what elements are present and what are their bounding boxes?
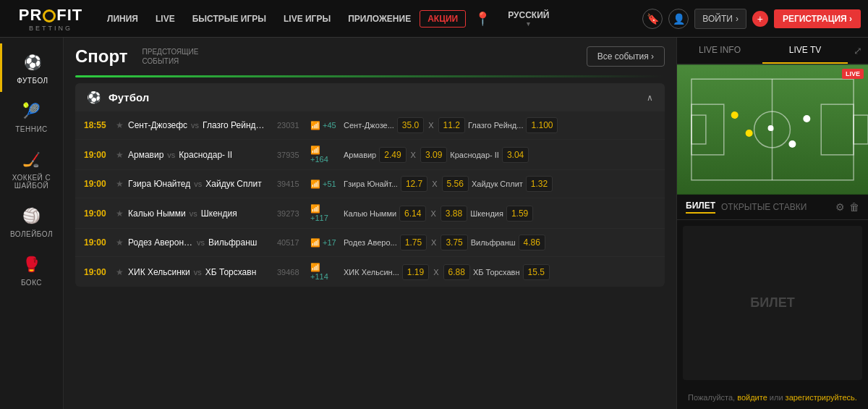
plus-icon[interactable]: + — [752, 11, 768, 27]
nav-item-location[interactable]: 📍 — [466, 0, 499, 38]
svg-point-10 — [788, 140, 796, 148]
breadcrumb: ПРЕДСТОЯЩИЕСОБЫТИЯ — [142, 47, 199, 66]
login-button[interactable]: ВОЙТИ › — [694, 9, 746, 29]
odds-away-btn[interactable]: 1.32 — [526, 176, 553, 192]
odds-home-team: Калью Нымми — [344, 209, 396, 218]
bookmark-icon[interactable]: 🔖 — [642, 9, 663, 29]
odds-away-team: Шкендия — [470, 209, 503, 218]
person-icon[interactable]: 👤 — [668, 9, 689, 29]
favorite-star-icon[interactable]: ★ — [116, 150, 124, 160]
event-id: 39415 — [277, 180, 306, 188]
register-button[interactable]: РЕГИСТРАЦИЯ › — [774, 9, 861, 28]
sidebar-item-hockey[interactable]: 🏒 ХОККЕЙ С ШАЙБОЙ — [0, 140, 63, 197]
odds-away-btn[interactable]: 4.86 — [519, 235, 545, 250]
gear-icon[interactable]: ⚙ — [835, 201, 845, 213]
bet-tab-open[interactable]: ОТКРЫТЫЕ СТАВКИ — [721, 202, 807, 212]
event-markets[interactable]: 📶 +45 — [310, 121, 339, 130]
table-row: 19:00 ★ ХИК Хельсинки vs ХБ Торсхавн 394… — [75, 257, 665, 287]
bet-icons: ⚙ 🗑 — [835, 201, 859, 213]
tab-live-info[interactable]: LIVE INFO — [677, 38, 762, 64]
odds-home-team: Гзира Юнайт... — [344, 180, 398, 188]
event-id: 37935 — [277, 151, 306, 159]
trash-icon[interactable]: 🗑 — [849, 201, 859, 213]
live-badge: LIVE — [842, 69, 864, 79]
favorite-star-icon[interactable]: ★ — [116, 237, 124, 248]
odds-home-btn[interactable]: 6.14 — [399, 206, 426, 222]
team-names: Гзира Юнайтед vs Хайдук Сплит — [128, 179, 273, 189]
odds-home-btn[interactable]: 35.0 — [397, 117, 424, 133]
logo-text: PRFIT — [19, 6, 83, 25]
top-bar: Спорт ПРЕДСТОЯЩИЕСОБЫТИЯ Все события › — [64, 38, 676, 75]
main-layout: ⚽ ФУТБОЛ 🎾 ТЕННИС 🏒 ХОККЕЙ С ШАЙБОЙ 🏐 ВО… — [0, 38, 868, 409]
odds-away-btn[interactable]: 1.100 — [526, 117, 558, 133]
odds-away-btn[interactable]: 1.59 — [506, 206, 533, 222]
sidebar-item-football[interactable]: ⚽ ФУТБОЛ — [0, 43, 63, 92]
team-home: Сент-Джозефс — [128, 120, 187, 130]
odds-home-btn[interactable]: 2.49 — [379, 147, 406, 163]
favorite-star-icon[interactable]: ★ — [116, 120, 124, 130]
odds-home-btn[interactable]: 1.19 — [402, 264, 429, 280]
login-link[interactable]: войдите — [737, 393, 767, 402]
team-names: Калью Нымми vs Шкендия — [128, 208, 273, 219]
odds-section: Калью Нымми 6.14 Х 3.88 Шкендия 1.59 — [344, 206, 656, 222]
odds-away-btn[interactable]: 15.5 — [523, 264, 550, 280]
tab-live-tv[interactable]: LIVE TV — [762, 38, 848, 64]
bet-section-header: БИЛЕТ ОТКРЫТЫЕ СТАВКИ ⚙ 🗑 — [677, 195, 868, 220]
svg-point-9 — [731, 111, 739, 119]
sidebar-item-tennis[interactable]: 🎾 ТЕННИС — [0, 92, 63, 140]
svg-point-12 — [803, 115, 810, 122]
bet-empty-title: БИЛЕТ — [750, 295, 795, 311]
header: PRFIT BETTING ЛИНИЯ LIVE БЫСТРЫЕ ИГРЫ LI… — [0, 0, 868, 38]
team-home: Родез Аверон ... — [128, 237, 193, 248]
odds-away-btn[interactable]: 3.04 — [502, 147, 529, 163]
team-away: Хайдук Сплит — [205, 179, 261, 189]
vs-text: vs — [190, 209, 197, 218]
odds-x-label: Х — [427, 121, 435, 130]
svg-point-13 — [768, 125, 774, 131]
event-id: 40517 — [277, 238, 306, 247]
vs-text: vs — [191, 121, 199, 130]
nav-item-lang[interactable]: РУССКИЙ ▾ — [499, 0, 558, 38]
favorite-star-icon[interactable]: ★ — [116, 267, 124, 277]
odds-x-btn[interactable]: 3.88 — [441, 206, 467, 222]
vs-text: vs — [194, 180, 202, 188]
events-section: ⚽ Футбол ∧ 18:55 ★ Сент-Джозефс vs Глазг… — [75, 83, 665, 287]
favorite-star-icon[interactable]: ★ — [116, 179, 124, 189]
odds-x-btn[interactable]: 5.56 — [442, 176, 469, 192]
odds-home-btn[interactable]: 12.7 — [401, 176, 427, 192]
odds-x-btn[interactable]: 11.2 — [438, 117, 465, 133]
odds-x-label: Х — [429, 209, 437, 218]
team-home: Армавир — [128, 150, 163, 160]
sidebar-item-boxing[interactable]: 🥊 БОКС — [0, 245, 63, 294]
event-id: 39468 — [277, 268, 306, 277]
register-link[interactable]: зарегистрируйтесь. — [786, 393, 857, 402]
favorite-star-icon[interactable]: ★ — [116, 208, 124, 219]
odds-x-btn[interactable]: 3.75 — [441, 235, 467, 250]
odds-x-btn[interactable]: 3.09 — [420, 147, 447, 163]
event-time: 19:00 — [84, 179, 111, 189]
nav-item-promo[interactable]: АКЦИИ — [420, 10, 466, 28]
odds-x-btn[interactable]: 6.88 — [443, 264, 470, 280]
sidebar-item-volleyball[interactable]: 🏐 ВОЛЕЙБОЛ — [0, 197, 63, 245]
odds-section: Родез Аверо... 1.75 Х 3.75 Вильфранш 4.8… — [344, 235, 656, 250]
event-markets[interactable]: 📶 +51 — [310, 180, 339, 189]
odds-away-team: Краснодар- II — [450, 151, 499, 159]
nav-item-fast-games[interactable]: БЫСТРЫЕ ИГРЫ — [184, 0, 275, 38]
event-markets[interactable]: 📶 +164 — [310, 146, 339, 164]
event-markets[interactable]: 📶 +117 — [310, 204, 339, 222]
nav-item-live-games[interactable]: LIVE ИГРЫ — [275, 0, 339, 38]
event-markets[interactable]: 📶 +114 — [310, 263, 339, 281]
team-names: Армавир vs Краснодар- II — [128, 150, 273, 160]
nav-item-live[interactable]: LIVE — [147, 0, 184, 38]
logo[interactable]: PRFIT BETTING — [7, 6, 94, 32]
event-time: 18:55 — [84, 120, 111, 130]
event-markets[interactable]: 📶 +17 — [310, 238, 339, 248]
all-events-button[interactable]: Все события › — [587, 46, 665, 67]
team-away: Краснодар- II — [179, 150, 232, 160]
nav-item-liniya[interactable]: ЛИНИЯ — [98, 0, 147, 38]
odds-home-btn[interactable]: 1.75 — [400, 235, 427, 250]
expand-icon[interactable]: ⤢ — [848, 38, 868, 64]
section-header[interactable]: ⚽ Футбол ∧ — [75, 83, 665, 111]
bet-tab-ticket[interactable]: БИЛЕТ — [686, 201, 715, 214]
nav-item-app[interactable]: ПРИЛОЖЕНИЕ — [339, 0, 420, 38]
